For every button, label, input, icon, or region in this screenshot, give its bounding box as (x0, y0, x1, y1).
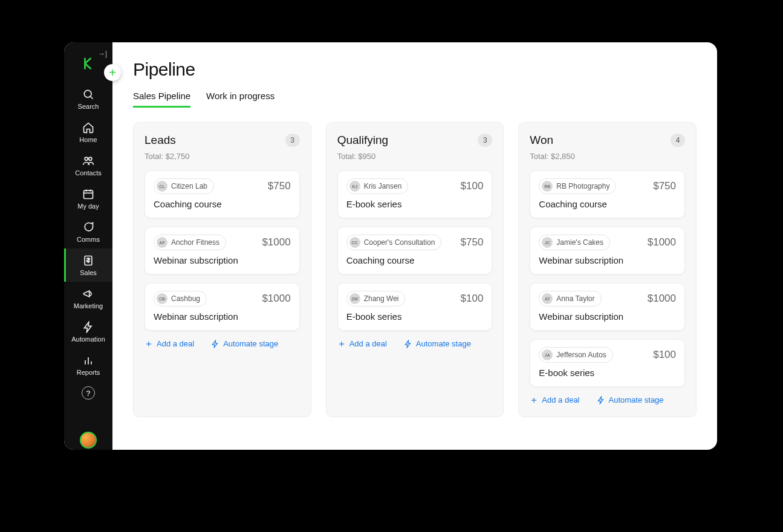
contact-name: Citizen Lab (171, 182, 207, 190)
sidebar-item-label: Contacts (75, 169, 101, 177)
deal-price: $100 (461, 293, 484, 305)
deal-card[interactable]: JAJefferson Autos$100E-book series (530, 339, 685, 387)
deal-product: Coaching course (539, 199, 676, 209)
deal-card[interactable]: CBCashbug$1000Webinar subscription (145, 283, 300, 331)
deal-card[interactable]: CLCitizen Lab$750Coaching course (145, 170, 300, 218)
contact-avatar: ZW (349, 293, 360, 304)
automate-stage-button[interactable]: Automate stage (404, 339, 471, 348)
calendar-icon (82, 188, 94, 200)
bar-icon (82, 354, 94, 366)
card-top: KJKris Jansen$100 (346, 178, 484, 194)
tabs: Sales Pipeline Work in progress (133, 91, 697, 108)
deal-card[interactable]: CCCooper's Consultation$750Coaching cour… (337, 227, 493, 274)
deal-product: Webinar subscription (154, 255, 291, 265)
column-actions: Add a dealAutomate stage (337, 339, 493, 348)
count-badge: 3 (285, 134, 300, 147)
deal-price: $100 (461, 180, 484, 192)
sidebar-item-contacts[interactable]: Contacts (64, 149, 112, 182)
deal-card[interactable]: ZWZhang Wei$100E-book series (337, 283, 493, 331)
deal-card[interactable]: RBRB Photography$750Coaching course (530, 170, 685, 218)
contact-chip[interactable]: CCCooper's Consultation (346, 235, 442, 250)
sidebar-item-marketing[interactable]: Marketing (64, 282, 112, 315)
contact-chip[interactable]: CBCashbug (154, 291, 207, 307)
logo-icon (80, 56, 96, 71)
contact-chip[interactable]: JCJamie's Cakes (539, 235, 610, 250)
dollar-icon (82, 255, 94, 267)
contacts-icon (82, 155, 94, 167)
sidebar-item-sales[interactable]: Sales (64, 248, 112, 282)
add-deal-button[interactable]: Add a deal (530, 395, 579, 404)
deal-product: Coaching course (346, 255, 484, 265)
deal-card[interactable]: AFAnchor Fitness$1000Webinar subscriptio… (145, 227, 300, 274)
deal-price: $1000 (648, 236, 676, 248)
contact-name: RB Photography (556, 182, 609, 190)
automate-stage-button[interactable]: Automate stage (597, 395, 664, 404)
card-top: CBCashbug$1000 (154, 291, 291, 307)
automate-stage-button[interactable]: Automate stage (211, 339, 278, 348)
add-deal-button[interactable]: Add a deal (145, 339, 194, 348)
contact-chip[interactable]: JAJefferson Autos (539, 347, 613, 363)
column-total: Total: $950 (337, 152, 493, 161)
add-deal-button[interactable]: Add a deal (337, 339, 387, 348)
contact-avatar: RB (542, 181, 553, 192)
sidebar-item-myday[interactable]: My day (64, 182, 112, 215)
sidebar-collapse-icon[interactable]: →| (98, 50, 106, 58)
contact-chip[interactable]: RBRB Photography (539, 178, 616, 194)
user-avatar[interactable] (80, 432, 97, 449)
column-header: Qualifying3 (337, 134, 493, 147)
tab-sales-pipeline[interactable]: Sales Pipeline (133, 91, 190, 108)
sidebar-item-reports[interactable]: Reports (64, 348, 112, 381)
contact-avatar: JC (542, 237, 553, 248)
contact-chip[interactable]: AFAnchor Fitness (154, 235, 226, 250)
column-total: Total: $2,850 (530, 152, 685, 161)
count-badge: 3 (478, 134, 492, 147)
contact-chip[interactable]: KJKris Jansen (346, 178, 409, 194)
svg-rect-4 (84, 190, 93, 198)
add-button[interactable]: + (104, 64, 121, 81)
sidebar-item-automation[interactable]: Automation (64, 315, 112, 348)
pipeline-columns: Leads3Total: $2,750CLCitizen Lab$750Coac… (133, 122, 697, 417)
search-icon (82, 88, 94, 100)
deal-card[interactable]: ATAnna Taylor$1000Webinar subscription (530, 283, 685, 331)
contact-chip[interactable]: ATAnna Taylor (539, 291, 601, 307)
deal-price: $750 (268, 180, 291, 192)
card-top: AFAnchor Fitness$1000 (154, 235, 291, 250)
card-top: JCJamie's Cakes$1000 (539, 235, 676, 250)
column-actions: Add a dealAutomate stage (530, 395, 685, 404)
sidebar-item-label: My day (77, 203, 99, 210)
sidebar-item-search[interactable]: Search (64, 82, 112, 115)
megaphone-icon (82, 288, 94, 300)
contact-chip[interactable]: CLCitizen Lab (154, 178, 214, 194)
pipeline-column: Leads3Total: $2,750CLCitizen Lab$750Coac… (133, 122, 311, 417)
contact-avatar: JA (542, 349, 553, 360)
contact-name: Cooper's Consultation (364, 238, 435, 247)
contact-chip[interactable]: ZWZhang Wei (346, 291, 406, 307)
sidebar-item-label: Comms (77, 236, 100, 243)
column-actions: Add a dealAutomate stage (145, 339, 300, 348)
svg-line-1 (91, 97, 93, 99)
contact-name: Cashbug (171, 294, 200, 303)
sidebar-item-label: Reports (77, 369, 100, 376)
deal-card[interactable]: KJKris Jansen$100E-book series (337, 170, 493, 218)
card-top: JAJefferson Autos$100 (539, 347, 676, 363)
tab-work-in-progress[interactable]: Work in progress (206, 91, 275, 108)
deal-product: E-book series (346, 311, 484, 322)
sidebar-item-comms[interactable]: Comms (64, 215, 112, 248)
sidebar-item-label: Marketing (74, 302, 103, 310)
deal-card[interactable]: JCJamie's Cakes$1000Webinar subscription (530, 227, 685, 274)
column-header: Won4 (530, 134, 685, 147)
contact-name: Jefferson Autos (556, 351, 606, 359)
pipeline-column: Qualifying3Total: $950KJKris Jansen$100E… (326, 122, 504, 417)
contact-name: Anchor Fitness (171, 238, 219, 247)
deal-price: $100 (653, 349, 676, 361)
deal-product: Coaching course (154, 199, 291, 209)
column-header: Leads3 (145, 134, 300, 147)
sidebar-item-home[interactable]: Home (64, 115, 112, 149)
deal-product: Webinar subscription (539, 311, 676, 322)
sidebar-item-label: Search (78, 103, 99, 110)
column-title: Won (530, 134, 553, 147)
deal-price: $1000 (262, 236, 290, 248)
deal-price: $1000 (262, 293, 290, 305)
help-icon[interactable]: ? (82, 386, 95, 400)
card-top: CCCooper's Consultation$750 (346, 235, 484, 250)
